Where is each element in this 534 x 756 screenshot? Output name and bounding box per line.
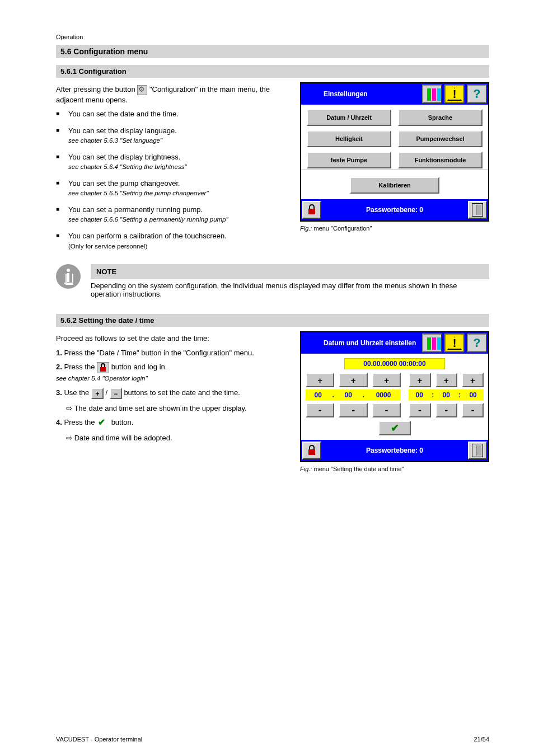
list-item-subnote: see chapter 5.6.3 "Set language" <box>68 137 162 144</box>
help-button[interactable] <box>467 334 487 353</box>
titlebar-title: Datum und Uhrzeit einstellen <box>320 332 421 354</box>
figure-caption: Fig.: menu "Configuration" <box>300 225 489 232</box>
hmi-panel-configuration: Einstellungen Datum / Uhrzeit Sprache He… <box>300 82 489 222</box>
status-bars-button[interactable] <box>422 334 442 353</box>
help-button[interactable] <box>467 84 487 104</box>
list-item-text: You can set a permanently running pump. <box>68 205 203 214</box>
list-item-text: You can set the display brightness. <box>68 153 180 161</box>
step-4-result: ⇨ Date and time will be adopted. <box>56 433 287 443</box>
year-plus-button[interactable]: + <box>372 373 401 387</box>
time-separator: : <box>457 389 462 401</box>
minus-key-icon: − <box>110 388 122 399</box>
config-options-list: You can set the date and the time. You c… <box>56 109 287 251</box>
check-icon: ✔ <box>391 422 399 434</box>
hour-minus-button[interactable]: - <box>409 403 430 417</box>
footer-password-level: Passwortebene: 0 <box>321 206 468 214</box>
subsection-heading-configuration: 5.6.1 Configuration <box>56 65 489 78</box>
language-button[interactable]: Sprache <box>398 109 483 126</box>
step-1-text: Press the "Date / Time" button in the "C… <box>64 349 254 357</box>
step-3-tip-text: The date and time set are shown in the u… <box>74 404 246 412</box>
exit-button[interactable] <box>468 442 487 459</box>
lock-button[interactable] <box>302 442 321 459</box>
list-item-text: You can set the pump changeover. <box>68 179 180 187</box>
alarm-warning-button[interactable] <box>444 334 465 353</box>
hmi-panel-datetime: Datum und Uhrzeit einstellen 00.00.0000 … <box>300 331 489 462</box>
second-plus-button[interactable]: + <box>462 373 484 387</box>
page-footer: VACUDEST - Operator terminal 21/54 <box>56 736 489 743</box>
settings-icon <box>137 85 147 95</box>
hmi-footer: Passwortebene: 0 <box>301 440 488 461</box>
door-exit-icon <box>472 203 483 217</box>
month-field: 00 <box>336 389 361 401</box>
titlebar-app-icon <box>301 332 320 354</box>
minute-plus-button[interactable]: + <box>435 373 457 387</box>
minute-minus-button[interactable]: - <box>435 403 457 417</box>
day-field: 00 <box>306 389 331 401</box>
list-item-subnote: see chapter 5.6.4 "Setting the brightnes… <box>68 163 186 170</box>
hour-plus-button[interactable]: + <box>409 373 430 387</box>
footer-left: VACUDEST - Operator terminal <box>56 736 142 743</box>
subsection-heading-datetime: 5.6.2 Setting the date / time <box>56 314 489 327</box>
datetime-display: 00.00.0000 00:00:00 <box>344 358 445 369</box>
step-2-pre: Press the <box>64 363 97 372</box>
lock-icon <box>308 446 316 455</box>
step-2-subnote: see chapter 5.4 "Operator login" <box>56 375 148 382</box>
titlebar-app-icon <box>301 83 320 105</box>
list-item: You can set a permanently running pump. … <box>56 205 287 224</box>
list-item: You can set the date and the time. <box>56 109 287 119</box>
hmi-titlebar: Einstellungen <box>301 83 488 105</box>
step-2: 2. Press the button and log in. see chap… <box>56 362 287 383</box>
confirm-button[interactable]: ✔ <box>378 421 411 435</box>
intro-paragraph-a: After pressing the button "Configuration… <box>56 84 287 105</box>
lock-icon <box>308 205 316 214</box>
exit-button[interactable] <box>468 201 487 219</box>
step-3-tip: ⇨ The date and time set are shown in the… <box>56 403 287 414</box>
day-minus-button[interactable]: - <box>306 403 334 417</box>
note-callout: NOTE Depending on the system configurati… <box>56 264 489 298</box>
figure-caption-text: menu "Setting the date and time" <box>313 466 404 472</box>
step-3-pre: Use the <box>64 388 91 397</box>
step-2-post: button and log in. <box>111 363 167 372</box>
list-item: You can set the pump changeover. see cha… <box>56 179 287 198</box>
month-minus-button[interactable]: - <box>339 403 367 417</box>
step-3-post: buttons to set the date and the time. <box>124 388 240 397</box>
step-4-post: button. <box>111 419 134 427</box>
list-item-text: You can set the date and the time. <box>68 110 179 118</box>
calibrate-button[interactable]: Kalibrieren <box>350 177 439 194</box>
section-heading-config-menu: 5.6 Configuration menu <box>56 45 489 58</box>
lock-icon <box>97 362 109 373</box>
brightness-button[interactable]: Helligkeit <box>307 130 391 147</box>
list-item-text: You can set the display language. <box>68 126 177 135</box>
note-body: Depending on the system configuration, t… <box>91 281 489 298</box>
list-item: You can set the display language. see ch… <box>56 126 287 145</box>
list-item-subnote: (Only for service personnel) <box>68 243 147 250</box>
step-1: 1. Press the "Date / Time" button in the… <box>56 348 287 358</box>
status-bars-button[interactable] <box>422 84 442 104</box>
step-4-pre: Press the <box>64 419 97 427</box>
list-item-subnote: see chapter 5.6.6 "Setting a permanently… <box>68 216 228 223</box>
hmi-titlebar: Datum und Uhrzeit einstellen <box>301 332 488 354</box>
alarm-warning-button[interactable] <box>444 84 465 104</box>
hour-field: 00 <box>409 389 430 401</box>
date-time-button[interactable]: Datum / Uhrzeit <box>307 109 391 126</box>
door-exit-icon <box>472 444 483 457</box>
day-plus-button[interactable]: + <box>306 373 334 387</box>
pump-changeover-button[interactable]: Pumpenwechsel <box>398 130 483 147</box>
steps-intro: Proceed as follows to set the date and t… <box>56 334 287 344</box>
hmi-footer: Passwortebene: 0 <box>301 199 488 220</box>
step-4: 4. Press the button. <box>56 417 287 429</box>
month-plus-button[interactable]: + <box>339 373 367 387</box>
second-field: 00 <box>462 389 484 401</box>
figure-caption: Fig.: menu "Setting the date and time" <box>300 466 489 472</box>
year-minus-button[interactable]: - <box>372 403 401 417</box>
lock-button[interactable] <box>302 201 321 219</box>
date-separator: . <box>331 389 336 401</box>
check-icon <box>97 417 109 429</box>
second-minus-button[interactable]: - <box>462 403 484 417</box>
function-modules-button[interactable]: Funktionsmodule <box>398 152 483 168</box>
plus-key-icon: + <box>91 388 104 399</box>
figure-label: Fig.: <box>300 466 312 472</box>
fixed-pump-button[interactable]: feste Pumpe <box>307 152 391 168</box>
figure-label: Fig.: <box>300 225 312 232</box>
footer-right: 21/54 <box>474 736 489 743</box>
